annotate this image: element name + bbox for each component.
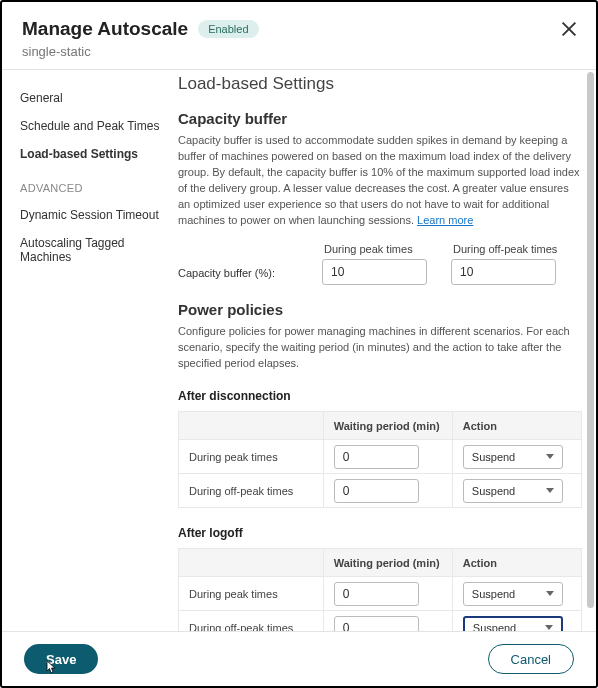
sidebar-item-tagged-machines[interactable]: Autoscaling Tagged Machines [20, 229, 162, 271]
capacity-peak-input[interactable] [322, 259, 427, 285]
logoff-peak-action-select[interactable]: Suspend [463, 582, 563, 606]
capacity-col-peak: During peak times [322, 243, 427, 255]
capacity-heading: Capacity buffer [178, 110, 582, 127]
dialog-body: General Schedule and Peak Times Load-bas… [2, 70, 596, 634]
disconnect-offpeak-wait-input[interactable] [334, 479, 419, 503]
capacity-offpeak-input[interactable] [451, 259, 556, 285]
disconnect-peak-wait-input[interactable] [334, 445, 419, 469]
power-description: Configure policies for power managing ma… [178, 324, 582, 372]
row-label-peak: During peak times [179, 440, 324, 474]
capacity-description: Capacity buffer is used to accommodate s… [178, 133, 582, 229]
chevron-down-icon [545, 625, 553, 630]
disconnect-peak-action-select[interactable]: Suspend [463, 445, 563, 469]
table-row: During peak times Suspend [179, 577, 582, 611]
disconnect-offpeak-action-select[interactable]: Suspend [463, 479, 563, 503]
table-row: During peak times Suspend [179, 440, 582, 474]
col-waiting: Waiting period (min) [323, 412, 452, 440]
after-logoff-title: After logoff [178, 526, 582, 540]
after-disconnect-title: After disconnection [178, 389, 582, 403]
sidebar-section-advanced: ADVANCED [20, 168, 162, 201]
dialog-subtitle: single-static [22, 44, 576, 59]
capacity-col-offpeak: During off-peak times [451, 243, 557, 255]
after-logoff-table: Waiting period (min) Action During peak … [178, 548, 582, 634]
chevron-down-icon [546, 591, 554, 596]
capacity-row-label: Capacity buffer (%): [178, 267, 298, 285]
row-label-offpeak: During off-peak times [179, 474, 324, 508]
capacity-row: Capacity buffer (%): During peak times D… [178, 243, 582, 285]
cancel-button[interactable]: Cancel [488, 644, 574, 674]
after-disconnect-table: Waiting period (min) Action During peak … [178, 411, 582, 508]
col-action: Action [452, 549, 581, 577]
dialog-title: Manage Autoscale [22, 18, 188, 40]
enabled-badge: Enabled [198, 20, 258, 38]
dialog-header: Manage Autoscale Enabled single-static [2, 2, 596, 69]
sidebar-item-schedule[interactable]: Schedule and Peak Times [20, 112, 162, 140]
logoff-peak-wait-input[interactable] [334, 582, 419, 606]
power-heading: Power policies [178, 301, 582, 318]
sidebar-item-load-based[interactable]: Load-based Settings [20, 140, 162, 168]
col-waiting: Waiting period (min) [323, 549, 452, 577]
row-label-peak: During peak times [179, 577, 324, 611]
section-title: Load-based Settings [178, 74, 582, 94]
dialog-footer: Save Cancel [2, 631, 596, 686]
chevron-down-icon [546, 454, 554, 459]
close-icon[interactable] [560, 20, 578, 38]
content-pane: Load-based Settings Capacity buffer Capa… [172, 70, 596, 634]
learn-more-link[interactable]: Learn more [417, 214, 473, 226]
sidebar-item-general[interactable]: General [20, 84, 162, 112]
table-row: During off-peak times Suspend [179, 474, 582, 508]
sidebar: General Schedule and Peak Times Load-bas… [2, 70, 172, 634]
save-button[interactable]: Save [24, 644, 98, 674]
col-action: Action [452, 412, 581, 440]
chevron-down-icon [546, 488, 554, 493]
sidebar-item-dynamic-timeout[interactable]: Dynamic Session Timeout [20, 201, 162, 229]
